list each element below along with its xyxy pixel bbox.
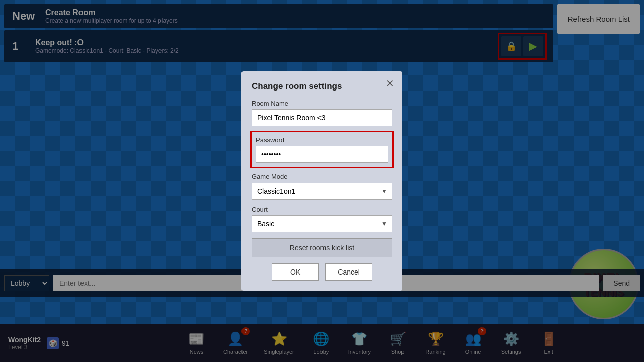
game-mode-select[interactable]: Classic1on1 Doubles Tournament xyxy=(252,183,392,200)
court-select[interactable]: Basic Advanced Pro xyxy=(252,215,392,232)
game-mode-label: Game Mode xyxy=(252,173,392,180)
modal-cancel-button[interactable]: Cancel xyxy=(325,263,372,281)
modal-overlay: Change room settings ✕ Room Name Passwor… xyxy=(0,0,644,362)
change-room-settings-modal: Change room settings ✕ Room Name Passwor… xyxy=(242,71,403,291)
password-label: Password xyxy=(256,136,388,144)
game-mode-wrapper: Classic1on1 Doubles Tournament ▼ xyxy=(252,183,392,200)
modal-ok-button[interactable]: OK xyxy=(272,263,319,281)
password-input[interactable] xyxy=(256,146,388,163)
room-name-label: Room Name xyxy=(252,100,392,107)
modal-close-button[interactable]: ✕ xyxy=(386,77,394,89)
court-label: Court xyxy=(252,206,392,213)
password-section: Password xyxy=(252,132,392,167)
modal-title: Change room settings xyxy=(252,81,392,92)
reset-kick-list-button[interactable]: Reset rooms kick list xyxy=(252,238,392,257)
room-name-input[interactable] xyxy=(252,109,392,126)
modal-actions: OK Cancel xyxy=(252,263,392,281)
court-wrapper: Basic Advanced Pro ▼ xyxy=(252,215,392,232)
